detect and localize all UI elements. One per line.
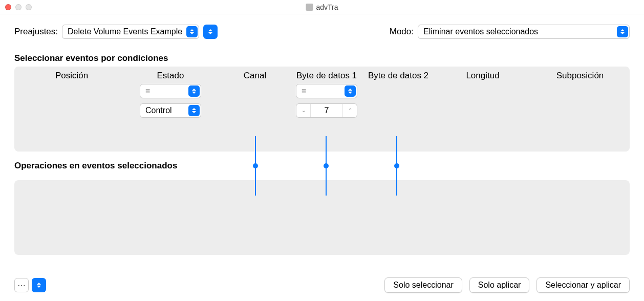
state-operator-select[interactable]: = <box>140 84 201 98</box>
mode-value: Eliminar eventos seleccionados <box>423 27 538 36</box>
header-position: Posición <box>30 71 122 81</box>
presets-value: Delete Volume Events Example <box>68 27 182 36</box>
presets-select[interactable]: Delete Volume Events Example <box>62 25 199 39</box>
minimize-window-button[interactable] <box>15 4 22 10</box>
mode-group: Modo: Eliminar eventos seleccionados <box>390 25 630 39</box>
updown-arrows-icon <box>617 26 628 37</box>
presets-group: Preajustes: Delete Volume Events Example <box>14 25 218 39</box>
stepper-decrement[interactable]: ⌄ <box>296 104 311 117</box>
data1-value[interactable]: 7 <box>311 106 342 115</box>
presets-menu-button[interactable] <box>203 25 218 39</box>
data1-operator-value: = <box>302 87 306 96</box>
maximize-window-button[interactable] <box>26 4 32 10</box>
titlebar: advTra <box>0 0 644 14</box>
data1-value-stepper[interactable]: ⌄ 7 ⌃ <box>296 103 357 118</box>
updown-arrows-icon <box>188 105 200 116</box>
close-window-button[interactable] <box>5 4 11 10</box>
conditions-headers: Posición Estado Canal Byte de datos 1 By… <box>14 67 630 84</box>
ellipsis-icon: ⋯ <box>17 281 26 290</box>
header-channel: Canal <box>219 71 291 81</box>
select-only-label: Solo seleccionar <box>393 281 453 290</box>
column-divider-handle[interactable] <box>255 141 256 190</box>
select-and-apply-label: Seleccionar y aplicar <box>545 281 621 290</box>
chevron-up-icon: ⌃ <box>348 108 352 113</box>
chevron-down-icon: ⌄ <box>302 108 306 113</box>
window-title-area: advTra <box>306 3 338 11</box>
conditions-section-title: Seleccionar eventos por condiciones <box>14 53 630 63</box>
mode-label: Modo: <box>390 27 414 37</box>
header-data1: Byte de datos 1 <box>291 71 362 81</box>
more-options-button[interactable]: ⋯ <box>14 278 29 292</box>
stepper-increment[interactable]: ⌃ <box>342 104 357 117</box>
window-controls <box>5 4 32 10</box>
presets-label: Preajustes: <box>14 27 58 37</box>
state-type-value: Control <box>145 106 172 115</box>
mode-select[interactable]: Eliminar eventos seleccionados <box>418 25 630 39</box>
operations-panel <box>14 180 630 255</box>
more-options-menu-button[interactable] <box>32 278 46 292</box>
operations-section-title: Operaciones en eventos seleccionados <box>14 161 630 171</box>
header-subposition: Subposición <box>531 71 629 81</box>
apply-only-label: Solo aplicar <box>478 281 521 290</box>
header-state: Estado <box>122 71 219 81</box>
select-only-button[interactable]: Solo seleccionar <box>384 277 462 293</box>
state-operator-value: = <box>145 87 150 96</box>
updown-arrows-icon <box>345 85 356 97</box>
header-length: Longitud <box>434 71 531 81</box>
column-divider-handle[interactable] <box>396 141 397 190</box>
updown-arrows-icon <box>188 85 200 97</box>
state-type-select[interactable]: Control <box>140 103 201 118</box>
select-and-apply-button[interactable]: Seleccionar y aplicar <box>536 277 630 293</box>
apply-only-button[interactable]: Solo aplicar <box>469 277 530 293</box>
app-icon <box>306 4 313 11</box>
conditions-panel: Posición Estado Canal Byte de datos 1 By… <box>14 67 630 152</box>
window-title: advTra <box>316 3 338 11</box>
data1-operator-select[interactable]: = <box>296 84 357 98</box>
updown-arrows-icon <box>186 26 198 37</box>
column-divider-handle[interactable] <box>326 141 327 190</box>
panel-divider-area: Operaciones en eventos seleccionados <box>14 152 630 180</box>
header-data2: Byte de datos 2 <box>362 71 434 81</box>
